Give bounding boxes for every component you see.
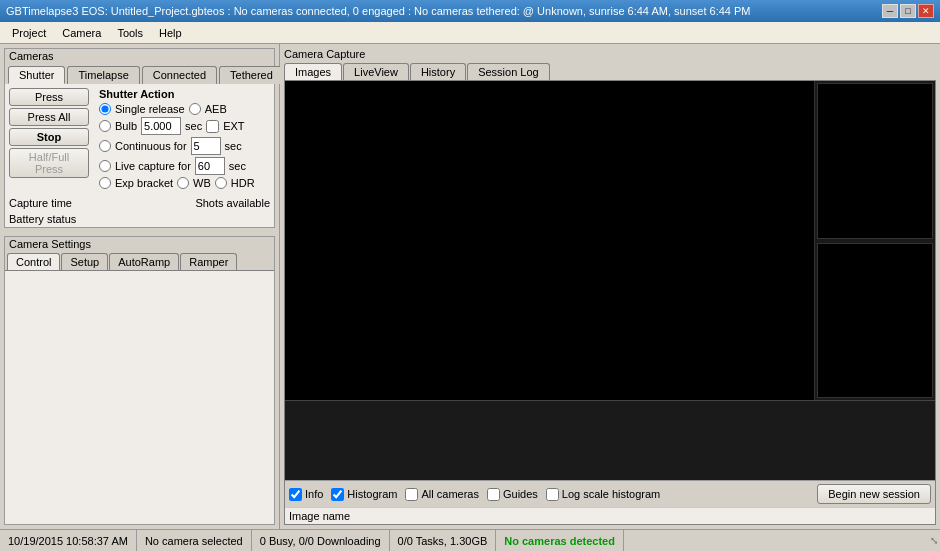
settings-tab-setup[interactable]: Setup — [61, 253, 108, 270]
tab-timelapse[interactable]: Timelapse — [67, 66, 139, 84]
capture-tab-history[interactable]: History — [410, 63, 466, 80]
bulb-unit-label: sec — [185, 120, 202, 132]
status-datetime: 10/19/2015 10:58:37 AM — [0, 530, 137, 551]
image-name-bar: Image name — [285, 507, 935, 524]
live-capture-row: Live capture for sec — [99, 157, 270, 175]
tab-tethered[interactable]: Tethered — [219, 66, 284, 84]
maximize-button[interactable]: □ — [900, 4, 916, 18]
capture-tab-sessionlog[interactable]: Session Log — [467, 63, 550, 80]
status-bar: 10/19/2015 10:58:37 AM No camera selecte… — [0, 529, 940, 551]
settings-content — [5, 271, 274, 514]
wb-label: WB — [193, 177, 211, 189]
press-all-button[interactable]: Press All — [9, 108, 89, 126]
side-image-top — [817, 83, 933, 239]
info-checkbox-row: Info — [289, 488, 323, 501]
wb-radio[interactable] — [177, 177, 189, 189]
exp-bracket-row: Exp bracket WB HDR — [99, 177, 270, 189]
main-image-view — [285, 81, 815, 400]
log-scale-checkbox[interactable] — [546, 488, 559, 501]
info-label: Info — [305, 488, 323, 500]
menu-project[interactable]: Project — [4, 25, 54, 41]
bulb-row: Bulb sec EXT — [99, 117, 270, 135]
all-cameras-checkbox[interactable] — [405, 488, 418, 501]
guides-checkbox[interactable] — [487, 488, 500, 501]
cameras-tab-bar: Shutter Timelapse Connected Tethered — [5, 63, 274, 84]
bulb-label: Bulb — [115, 120, 137, 132]
exp-bracket-label: Exp bracket — [115, 177, 173, 189]
begin-session-button[interactable]: Begin new session — [817, 484, 931, 504]
capture-tab-liveview[interactable]: LiveView — [343, 63, 409, 80]
menu-bar: Project Camera Tools Help — [0, 22, 940, 44]
histogram-checkbox[interactable] — [331, 488, 344, 501]
continuous-radio[interactable] — [99, 140, 111, 152]
status-detected: No cameras detected — [496, 530, 624, 551]
continuous-unit-label: sec — [225, 140, 242, 152]
cameras-section: Cameras Shutter Timelapse Connected Teth… — [4, 48, 275, 228]
minimize-button[interactable]: ─ — [882, 4, 898, 18]
image-display — [285, 81, 935, 400]
bulb-value-input[interactable] — [141, 117, 181, 135]
all-cameras-label: All cameras — [421, 488, 478, 500]
title-bar: GBTimelapse3 EOS: Untitled_Project.gbteo… — [0, 0, 940, 22]
camera-settings-title: Camera Settings — [5, 237, 274, 251]
capture-area: Info Histogram All cameras Guides Log sc… — [284, 80, 936, 525]
resize-grip[interactable]: ⤡ — [928, 535, 940, 546]
tab-connected[interactable]: Connected — [142, 66, 217, 84]
capture-tab-bar: Images LiveView History Session Log — [284, 63, 936, 80]
shutter-buttons: Press Press All Stop Half/Full Press — [9, 88, 89, 178]
title-text: GBTimelapse3 EOS: Untitled_Project.gbteo… — [6, 5, 882, 17]
live-unit-label: sec — [229, 160, 246, 172]
menu-help[interactable]: Help — [151, 25, 190, 41]
log-scale-checkbox-row: Log scale histogram — [546, 488, 660, 501]
aeb-label: AEB — [205, 103, 227, 115]
menu-tools[interactable]: Tools — [109, 25, 151, 41]
battery-info: Battery status — [5, 211, 274, 227]
status-camera: No camera selected — [137, 530, 252, 551]
close-button[interactable]: ✕ — [918, 4, 934, 18]
hdr-radio[interactable] — [215, 177, 227, 189]
image-name-label: Image name — [289, 510, 350, 522]
left-panel: Cameras Shutter Timelapse Connected Teth… — [0, 44, 280, 529]
all-cameras-checkbox-row: All cameras — [405, 488, 478, 501]
capture-time-label: Capture time — [9, 197, 72, 209]
side-image-bottom — [817, 243, 933, 399]
menu-camera[interactable]: Camera — [54, 25, 109, 41]
hdr-label: HDR — [231, 177, 255, 189]
continuous-value-input[interactable] — [191, 137, 221, 155]
title-bar-buttons: ─ □ ✕ — [882, 4, 934, 18]
info-checkbox[interactable] — [289, 488, 302, 501]
tab-shutter[interactable]: Shutter — [8, 66, 65, 84]
shutter-panel: Press Press All Stop Half/Full Press Shu… — [5, 84, 274, 195]
side-images-panel — [815, 81, 935, 400]
continuous-row: Continuous for sec — [99, 137, 270, 155]
exp-bracket-radio[interactable] — [99, 177, 111, 189]
continuous-label: Continuous for — [115, 140, 187, 152]
settings-tab-bar: Control Setup AutoRamp Ramper — [5, 251, 274, 271]
press-button[interactable]: Press — [9, 88, 89, 106]
live-capture-label: Live capture for — [115, 160, 191, 172]
battery-status-label: Battery status — [9, 213, 76, 225]
live-value-input[interactable] — [195, 157, 225, 175]
live-capture-radio[interactable] — [99, 160, 111, 172]
half-full-button[interactable]: Half/Full Press — [9, 148, 89, 178]
main-content: Cameras Shutter Timelapse Connected Teth… — [0, 44, 940, 529]
ext-checkbox[interactable] — [206, 120, 219, 133]
ext-label: EXT — [223, 120, 244, 132]
histogram-checkbox-row: Histogram — [331, 488, 397, 501]
cameras-title: Cameras — [5, 49, 274, 63]
bulb-radio[interactable] — [99, 120, 111, 132]
settings-tab-control[interactable]: Control — [7, 253, 60, 270]
aeb-radio[interactable] — [189, 103, 201, 115]
capture-tab-images[interactable]: Images — [284, 63, 342, 80]
guides-checkbox-row: Guides — [487, 488, 538, 501]
guides-label: Guides — [503, 488, 538, 500]
status-tasks: 0/0 Tasks, 1.30GB — [390, 530, 497, 551]
stop-button[interactable]: Stop — [9, 128, 89, 146]
settings-tab-autoramp[interactable]: AutoRamp — [109, 253, 179, 270]
single-release-label: Single release — [115, 103, 185, 115]
single-release-radio[interactable] — [99, 103, 111, 115]
shutter-action-label: Shutter Action — [99, 88, 270, 100]
log-scale-label: Log scale histogram — [562, 488, 660, 500]
histogram-label: Histogram — [347, 488, 397, 500]
settings-tab-ramper[interactable]: Ramper — [180, 253, 237, 270]
